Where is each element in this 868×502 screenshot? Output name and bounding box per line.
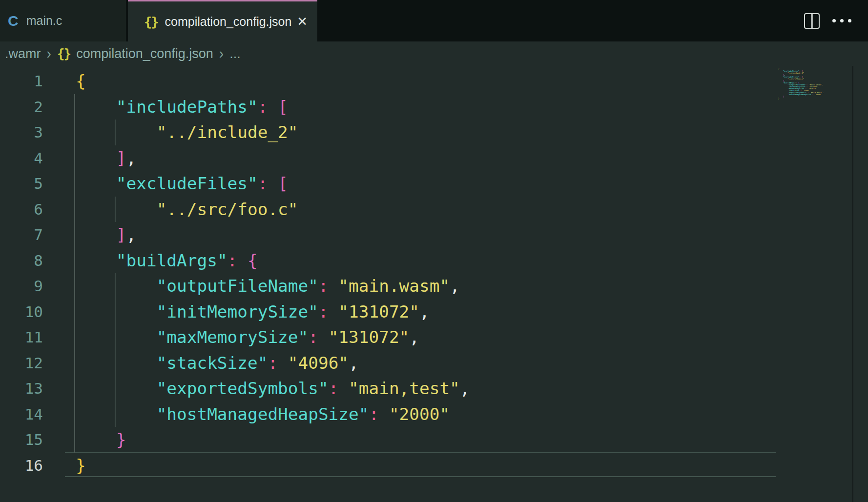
line-number[interactable]: 5 <box>0 171 43 197</box>
line-number[interactable]: 14 <box>0 402 43 427</box>
minimap[interactable]: { "includePaths": [ "../include_2" ], "e… <box>778 68 852 502</box>
line-number[interactable]: 15 <box>0 427 43 453</box>
split-editor-icon[interactable] <box>804 13 820 29</box>
breadcrumb-file[interactable]: compilation_config.json <box>76 46 213 61</box>
code-line[interactable]: "../include_2" <box>65 120 776 145</box>
code-line[interactable]: { <box>65 68 776 94</box>
line-number[interactable]: 6 <box>0 197 43 222</box>
chevron-right-icon: › <box>219 45 224 63</box>
chevron-right-icon: › <box>47 45 51 63</box>
line-number[interactable]: 8 <box>0 248 43 274</box>
code-line[interactable]: } <box>65 453 776 479</box>
code-content[interactable]: { "includePaths": [ "../include_2" ], "e… <box>65 68 776 478</box>
code-line[interactable]: "initMemorySize": "131072", <box>65 299 776 325</box>
vscode-editor-window: C main.c {} compilation_config.json ✕ .w… <box>0 0 868 502</box>
c-file-icon: C <box>8 13 19 29</box>
tab-main-c[interactable]: C main.c <box>0 0 126 41</box>
tab-label: compilation_config.json <box>165 15 292 29</box>
breadcrumb: .wamr › {} compilation_config.json › ... <box>0 41 868 66</box>
code-line[interactable]: } <box>778 97 796 99</box>
code-line[interactable]: "maxMemorySize": "131072", <box>65 324 776 350</box>
breadcrumb-symbol[interactable]: ... <box>229 46 241 61</box>
tab-compilation-config-json[interactable]: {} compilation_config.json ✕ <box>128 0 317 41</box>
code-line[interactable]: ], <box>65 222 776 248</box>
code-line[interactable]: "excludeFiles": [ <box>65 171 776 197</box>
breadcrumb-folder[interactable]: .wamr <box>5 46 41 61</box>
more-actions-icon[interactable] <box>832 19 851 22</box>
close-icon[interactable]: ✕ <box>297 15 308 28</box>
line-number[interactable]: 2 <box>0 94 43 120</box>
json-file-icon: {} <box>144 14 158 29</box>
line-number[interactable]: 4 <box>0 145 43 171</box>
line-number[interactable]: 1 <box>0 68 43 94</box>
code-line[interactable]: "../src/foo.c" <box>65 197 776 222</box>
line-number[interactable]: 16 <box>0 453 43 479</box>
line-number-gutter[interactable]: 12345678910111213141516 <box>0 68 43 478</box>
code-line[interactable]: "buildArgs": { <box>65 248 776 274</box>
code-line[interactable]: } <box>65 427 776 453</box>
tab-label: main.c <box>26 14 62 28</box>
code-line[interactable]: "includePaths": [ <box>65 94 776 120</box>
code-line[interactable]: "hostManagedHeapSize": "2000" <box>65 402 776 427</box>
minimap-divider <box>852 66 853 502</box>
json-file-icon: {} <box>57 46 70 61</box>
minimap-content: { "includePaths": [ "../include_2" ], "e… <box>778 68 796 99</box>
code-line[interactable]: "outputFileName": "main.wasm", <box>65 273 776 299</box>
line-number[interactable]: 13 <box>0 376 43 402</box>
code-line[interactable]: "exportedSymbols": "main,test", <box>65 376 776 402</box>
line-number[interactable]: 10 <box>0 299 43 325</box>
code-editor[interactable]: 12345678910111213141516 { "includePaths"… <box>0 66 868 502</box>
line-number[interactable]: 3 <box>0 120 43 145</box>
line-number[interactable]: 12 <box>0 350 43 376</box>
code-line[interactable]: ], <box>65 145 776 171</box>
editor-actions <box>804 0 851 41</box>
line-number[interactable]: 9 <box>0 273 43 299</box>
tab-bar: C main.c {} compilation_config.json ✕ <box>0 0 868 41</box>
line-number[interactable]: 7 <box>0 222 43 248</box>
code-line[interactable]: "stackSize": "4096", <box>65 350 776 376</box>
line-number[interactable]: 11 <box>0 324 43 350</box>
